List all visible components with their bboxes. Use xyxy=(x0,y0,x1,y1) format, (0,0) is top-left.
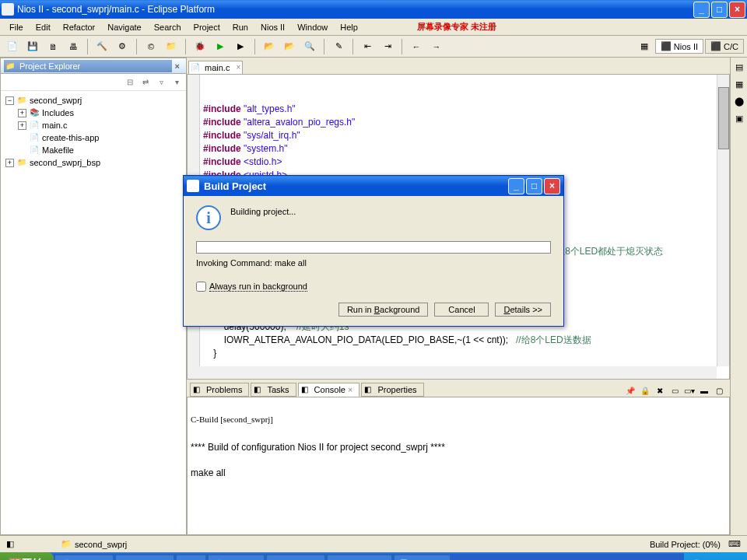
clear-icon[interactable]: ✖ xyxy=(654,384,666,397)
persp-open-icon[interactable]: ▦ xyxy=(636,38,653,55)
tree-node[interactable]: second_swprj_bsp xyxy=(30,156,100,169)
close-button[interactable]: × xyxy=(729,2,745,18)
expand-toggle[interactable]: + xyxy=(5,159,14,167)
run-icon[interactable]: ▶ xyxy=(212,38,229,55)
bottom-tabs: Problems Tasks Console × Properties 📌 🔒 … xyxy=(187,380,730,397)
saveall-icon[interactable]: 🗎 xyxy=(44,38,61,55)
vertical-scrollbar[interactable] xyxy=(717,75,729,366)
status-icon: ◧ xyxy=(6,539,14,549)
tab-problems[interactable]: Problems xyxy=(190,383,249,397)
prev-icon[interactable]: ⇤ xyxy=(359,38,376,55)
outline-icon[interactable]: ▤ xyxy=(733,61,745,73)
expand-toggle[interactable]: + xyxy=(18,109,26,117)
close-icon[interactable]: × xyxy=(348,385,352,394)
menu-icon[interactable]: ▾ xyxy=(170,76,183,89)
outline2-icon[interactable]: ▦ xyxy=(733,78,745,90)
menu-edit[interactable]: Edit xyxy=(30,21,57,33)
right-toolbar: ▤ ▦ ⬤ ▣ xyxy=(730,58,747,535)
wand-icon[interactable]: ✎ xyxy=(330,38,347,55)
includes-icon: 📚 xyxy=(29,107,40,118)
menu-run[interactable]: Run xyxy=(226,21,254,33)
menu-help[interactable]: Help xyxy=(334,21,364,33)
menu-window[interactable]: Window xyxy=(291,21,334,33)
opentype-icon[interactable]: 📂 xyxy=(281,38,298,55)
tab-tasks[interactable]: Tasks xyxy=(251,383,296,397)
menu-niosii[interactable]: Nios II xyxy=(254,21,291,33)
menu-navigate[interactable]: Navigate xyxy=(101,21,147,33)
editor-tab-mainc[interactable]: main.c× xyxy=(188,61,243,74)
details-button[interactable]: Details >> xyxy=(495,303,551,317)
link-icon[interactable]: ⇄ xyxy=(139,76,152,89)
tray-ime-icon[interactable]: ⌨ xyxy=(728,539,741,549)
targets-icon[interactable]: ▣ xyxy=(733,112,745,124)
next-icon[interactable]: ⇥ xyxy=(379,38,396,55)
runext-icon[interactable]: ▶ xyxy=(232,38,249,55)
print-icon[interactable]: 🖶 xyxy=(65,38,82,55)
maximize-button[interactable]: □ xyxy=(711,2,728,18)
filter-icon[interactable]: ▿ xyxy=(155,76,167,89)
tree-node[interactable]: main.c xyxy=(42,119,67,131)
tab-console[interactable]: Console × xyxy=(298,383,360,397)
taskbar-item[interactable]: ▣ PowerPoi... xyxy=(327,555,391,560)
horizontal-scrollbar[interactable] xyxy=(188,366,717,379)
perspective-nios[interactable]: ⬛ Nios II xyxy=(655,39,703,54)
close-icon[interactable]: × xyxy=(237,63,241,72)
newclass-icon[interactable]: © xyxy=(142,38,160,55)
display-icon[interactable]: ▭▾ xyxy=(683,384,696,397)
project-explorer-tab[interactable]: Project Explorer xyxy=(4,60,172,72)
start-button[interactable]: 🪟 开始 xyxy=(0,552,54,560)
max-icon[interactable]: ▢ xyxy=(713,384,725,397)
menu-file[interactable]: File xyxy=(3,21,30,33)
taskbar-item[interactable]: 📁 ls xyxy=(176,555,206,560)
dialog-close-button[interactable]: × xyxy=(544,178,560,194)
makefile-icon[interactable]: ⬤ xyxy=(733,95,745,107)
collapse-toggle[interactable]: − xyxy=(5,96,14,105)
search-icon[interactable]: 🔍 xyxy=(301,38,318,55)
windows-taskbar: 🪟 开始 ☕ 2 Java(... 📁 Lesson 6 📁 ls 🌐 Maxt… xyxy=(0,552,747,560)
dialog-minimize-button[interactable]: _ xyxy=(508,178,524,194)
menu-search[interactable]: Search xyxy=(148,21,188,33)
close-icon[interactable]: × xyxy=(172,61,183,71)
tab-properties[interactable]: Properties xyxy=(361,383,423,397)
fwd-icon[interactable]: → xyxy=(428,38,445,55)
tree-node[interactable]: create-this-app xyxy=(42,131,99,144)
save-icon[interactable]: 💾 xyxy=(24,38,41,55)
build-icon[interactable]: 🔨 xyxy=(93,38,110,55)
file-icon: 📄 xyxy=(29,145,40,156)
open-icon[interactable]: 📂 xyxy=(261,38,278,55)
pin-icon[interactable]: 📌 xyxy=(624,384,637,397)
newfolder-icon[interactable]: 📁 xyxy=(163,38,180,55)
tree-node[interactable]: Makefile xyxy=(42,144,74,156)
min-icon[interactable]: ▬ xyxy=(698,384,710,397)
new-icon[interactable]: 📄 xyxy=(4,38,21,55)
always-background-checkbox[interactable] xyxy=(196,282,206,292)
menu-refactor[interactable]: Refactor xyxy=(57,21,102,33)
always-background-label[interactable]: Always run in background xyxy=(209,282,307,292)
run-background-button[interactable]: Run in Background xyxy=(338,303,429,317)
tree-node[interactable]: second_swprj xyxy=(30,94,82,107)
lock-icon[interactable]: 🔒 xyxy=(639,384,651,397)
collapse-icon[interactable]: ⊟ xyxy=(124,76,136,89)
taskbar-item[interactable]: ◆ Quartus ... xyxy=(266,555,325,560)
taskbar-item[interactable]: ☕ 2 Java(... xyxy=(54,555,114,560)
file-icon: 📄 xyxy=(29,132,40,143)
status-project: second_swprj xyxy=(75,540,127,549)
taskbar-item[interactable]: 📄 led.c - ... xyxy=(394,555,451,560)
info-icon: i xyxy=(196,205,221,230)
dialog-maximize-button[interactable]: □ xyxy=(526,178,542,194)
project-tree[interactable]: −📁second_swprj +📚Includes +📄main.c 📄crea… xyxy=(1,91,186,534)
taskbar-item[interactable]: 📁 Lesson 6 xyxy=(115,555,174,560)
perspective-cc[interactable]: ⬛ C/C xyxy=(705,39,744,54)
system-tray[interactable]: 🔊 🛡 15:13 xyxy=(684,552,747,560)
cancel-button[interactable]: Cancel xyxy=(434,303,489,317)
terminal-icon[interactable]: ▭ xyxy=(668,384,681,397)
target-icon[interactable]: ⚙ xyxy=(114,38,131,55)
tree-node[interactable]: Includes xyxy=(42,107,74,119)
taskbar-item[interactable]: 🌐 Maxthon xyxy=(208,555,265,560)
menu-project[interactable]: Project xyxy=(188,21,226,33)
expand-toggle[interactable]: + xyxy=(18,121,26,130)
console-output[interactable]: C-Build [second_swprj] **** Build of con… xyxy=(187,397,730,535)
back-icon[interactable]: ← xyxy=(408,38,425,55)
debug-icon[interactable]: 🐞 xyxy=(191,38,209,55)
minimize-button[interactable]: _ xyxy=(693,2,710,18)
